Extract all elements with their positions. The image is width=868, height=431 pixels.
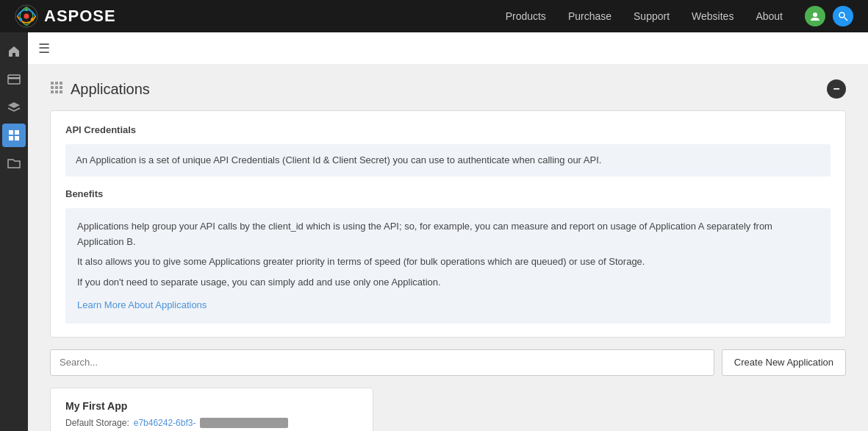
svg-point-3 (31, 18, 34, 21)
svg-line-7 (844, 18, 848, 21)
nav-websites[interactable]: Websites (692, 10, 734, 22)
storage-id: e7b46242-6bf3- (134, 418, 196, 428)
nav-purchase[interactable]: Purchase (568, 10, 611, 22)
benefits-text-1: Applications help group your API calls b… (77, 218, 819, 250)
svg-rect-11 (15, 130, 19, 135)
info-card: API Credentials An Application is a set … (50, 110, 846, 338)
hamburger-bar: ☰ (28, 32, 868, 65)
collapse-button[interactable]: − (827, 79, 846, 99)
svg-rect-12 (9, 136, 13, 140)
svg-rect-13 (15, 136, 19, 140)
sidebar-item-folder[interactable] (2, 152, 26, 175)
user-icon[interactable] (805, 6, 825, 26)
logo-text: ASPOSE (44, 7, 116, 26)
aspose-logo-icon (15, 4, 38, 28)
main-layout: ☰ Applications − (0, 32, 868, 431)
left-sidebar (0, 32, 28, 431)
svg-point-6 (839, 13, 844, 18)
app-name: My First App (65, 400, 358, 412)
hamburger-icon[interactable]: ☰ (38, 40, 50, 57)
benefits-text-3: If you don't need to separate usage, you… (77, 274, 819, 290)
svg-rect-16 (60, 82, 62, 85)
sidebar-item-layers[interactable] (2, 96, 26, 119)
create-new-application-button[interactable]: Create New Application (722, 349, 846, 376)
page-header: Applications − (50, 79, 846, 99)
svg-rect-9 (8, 77, 20, 79)
page-title: Applications (71, 81, 150, 98)
topnav: ASPOSE Products Purchase Support Website… (0, 0, 868, 32)
page-title-row: Applications (50, 81, 150, 98)
benefits-text-2: It also allows you to give some Applicat… (77, 254, 819, 269)
svg-rect-20 (51, 90, 54, 93)
nav-support[interactable]: Support (634, 10, 670, 22)
svg-rect-15 (55, 82, 58, 85)
storage-label: Default Storage: (65, 418, 129, 428)
search-row: Create New Application (50, 349, 846, 376)
svg-rect-21 (55, 90, 58, 93)
svg-rect-22 (60, 90, 62, 93)
api-credentials-description: An Application is a set of unique API Cr… (65, 144, 831, 177)
apps-grid-icon (50, 81, 63, 98)
logo: ASPOSE (15, 4, 116, 28)
nav-links: Products Purchase Support Websites About (506, 10, 783, 23)
sidebar-item-apps[interactable] (2, 124, 26, 147)
app-storage-row: Default Storage: e7b46242-6bf3- (65, 418, 358, 428)
learn-more-link[interactable]: Learn More About Applications (77, 299, 207, 310)
svg-rect-10 (9, 130, 13, 135)
storage-bar (200, 418, 288, 428)
svg-rect-14 (51, 82, 54, 85)
nav-products[interactable]: Products (506, 10, 546, 22)
svg-point-1 (24, 13, 29, 18)
svg-point-2 (25, 8, 28, 11)
search-input[interactable] (50, 349, 714, 376)
search-icon[interactable] (833, 6, 853, 26)
svg-rect-8 (8, 75, 20, 84)
svg-point-5 (813, 13, 817, 17)
nav-about[interactable]: About (756, 10, 783, 22)
svg-rect-18 (55, 86, 58, 89)
svg-rect-17 (51, 86, 54, 89)
svg-rect-19 (60, 86, 62, 89)
content-area: Applications − API Credentials An Applic… (28, 65, 868, 431)
app-card: My First App Default Storage: e7b46242-6… (50, 388, 373, 431)
api-credentials-label: API Credentials (65, 124, 831, 135)
svg-point-4 (19, 18, 22, 21)
benefits-box: Applications help group your API calls b… (65, 208, 831, 324)
benefits-label: Benefits (65, 188, 831, 199)
sidebar-item-card[interactable] (2, 68, 26, 91)
sidebar-item-home[interactable] (2, 40, 26, 63)
topnav-right (805, 6, 853, 26)
